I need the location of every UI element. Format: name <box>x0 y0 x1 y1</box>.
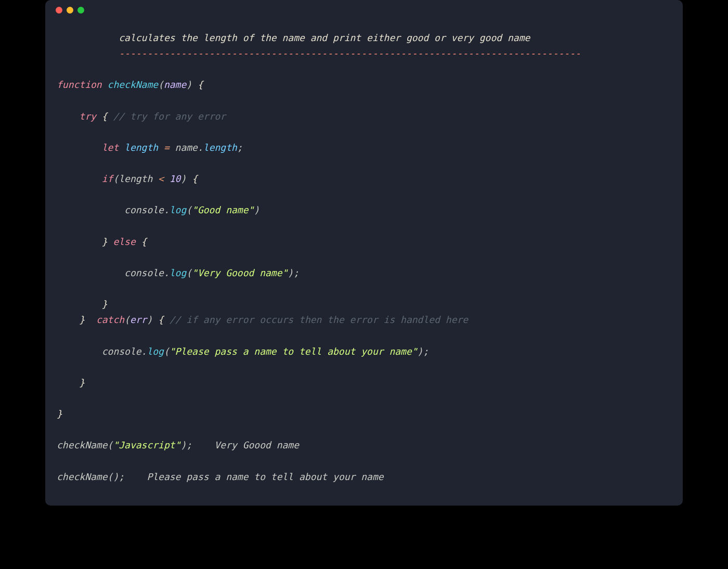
catch-line: } catch(err) { // if any error occurs th… <box>57 314 468 325</box>
op-eq: = <box>158 142 175 153</box>
paren-close: ) <box>254 204 259 215</box>
close-catch-line: } <box>57 377 85 388</box>
comment-dashes-line: ----------------------------------------… <box>57 48 581 59</box>
blank-line <box>57 187 671 202</box>
brace-close: } <box>79 314 85 325</box>
close-fn-line: } <box>57 408 62 419</box>
paren-close: ) <box>180 439 186 450</box>
blank-line <box>57 454 671 469</box>
paren-close: ) <box>147 314 152 325</box>
blank-line <box>57 422 671 437</box>
paren-open: ( <box>113 173 119 184</box>
window-titlebar <box>45 0 683 20</box>
comment-try: // try for any error <box>108 111 226 122</box>
function-name: checkName <box>108 79 159 90</box>
blank-line <box>57 124 671 140</box>
paren-open: ( <box>186 204 192 215</box>
blank-line <box>57 218 671 234</box>
brace-close: } <box>79 377 85 388</box>
blank-line <box>57 281 671 296</box>
op-lt: < <box>152 173 170 184</box>
ident-console: console <box>124 267 164 278</box>
semicolon: ; <box>293 267 299 278</box>
log3-line: console.log("Please pass a name to tell … <box>57 346 428 357</box>
var-length: length <box>124 142 158 153</box>
semicolon: ; <box>186 439 192 450</box>
output-1: Very Goood name <box>192 439 299 450</box>
number-10: 10 <box>170 173 181 184</box>
dot: . <box>141 346 147 357</box>
keyword-function: function <box>57 79 102 90</box>
function-decl-line: function checkName(name) { <box>57 79 203 90</box>
blank-line <box>57 328 671 344</box>
log1-line: console.log("Good name") <box>57 204 259 215</box>
comment-dashes: ----------------------------------------… <box>119 48 581 59</box>
method-log: log <box>170 204 187 215</box>
paren-close: ) <box>288 267 293 278</box>
paren-close: ) <box>113 471 119 482</box>
try-line: try { // try for any error <box>57 111 226 122</box>
comment-header-text: calculates the length of the name and pr… <box>119 32 530 43</box>
dot: . <box>198 142 203 153</box>
brace-close: } <box>102 236 108 247</box>
call1-line: checkName("Javascript"); Very Goood name <box>57 439 299 450</box>
maximize-icon[interactable] <box>77 7 84 14</box>
code-editor: calculates the length of the name and pr… <box>45 20 683 490</box>
param-err: err <box>130 314 147 325</box>
blank-line <box>57 156 671 171</box>
semicolon: ; <box>423 346 428 357</box>
string-javascript: "Javascript" <box>113 439 180 450</box>
method-log: log <box>147 346 164 357</box>
log2-line: console.log("Very Goood name"); <box>57 267 299 278</box>
prop-length: length <box>203 142 237 153</box>
close-icon[interactable] <box>56 7 62 14</box>
paren-open: ( <box>164 346 170 357</box>
else-line: } else { <box>57 236 147 247</box>
semicolon: ; <box>119 471 124 482</box>
output-2: Please pass a name to tell about your na… <box>124 471 384 482</box>
paren-close: ) <box>186 79 192 90</box>
call2-line: checkName(); Please pass a name to tell … <box>57 471 384 482</box>
paren-open: ( <box>108 471 113 482</box>
keyword-try: try <box>79 111 96 122</box>
minimize-icon[interactable] <box>67 7 73 14</box>
blank-line <box>57 250 671 265</box>
comment-catch: // if any error occurs then the error is… <box>164 314 468 325</box>
comment-header-line: calculates the length of the name and pr… <box>57 32 530 43</box>
ident-name: name <box>175 142 198 153</box>
keyword-let: let <box>102 142 119 153</box>
param-name: name <box>164 79 186 90</box>
keyword-if: if <box>102 173 113 184</box>
blank-line <box>57 359 671 375</box>
method-log: log <box>170 267 187 278</box>
ident-console: console <box>124 204 164 215</box>
dot: . <box>164 267 170 278</box>
paren-open: ( <box>158 79 164 90</box>
dot: . <box>164 204 170 215</box>
code-window: calculates the length of the name and pr… <box>45 0 683 506</box>
brace-open: { <box>186 173 198 184</box>
brace-open: { <box>96 111 108 122</box>
call-name: checkName <box>57 439 108 450</box>
if-line: if(length < 10) { <box>57 173 198 184</box>
var-length: length <box>119 173 152 184</box>
close-if-line: } <box>57 299 108 309</box>
brace-open: { <box>192 79 203 90</box>
call-name: checkName <box>57 471 108 482</box>
paren-open: ( <box>186 267 192 278</box>
string-very-good: "Very Goood name" <box>192 267 288 278</box>
paren-open: ( <box>108 439 113 450</box>
paren-close: ) <box>418 346 423 357</box>
keyword-catch: catch <box>85 314 124 325</box>
brace-close: } <box>102 299 108 309</box>
string-good-name: "Good name" <box>192 204 254 215</box>
blank-line <box>57 93 671 109</box>
blank-line <box>57 391 671 406</box>
string-please-pass: "Please pass a name to tell about your n… <box>170 346 418 357</box>
brace-close: } <box>57 408 62 419</box>
keyword-else: else <box>108 236 141 247</box>
ident-console: console <box>102 346 141 357</box>
paren-open: ( <box>124 314 130 325</box>
semicolon: ; <box>237 142 243 153</box>
blank-line <box>57 61 671 77</box>
